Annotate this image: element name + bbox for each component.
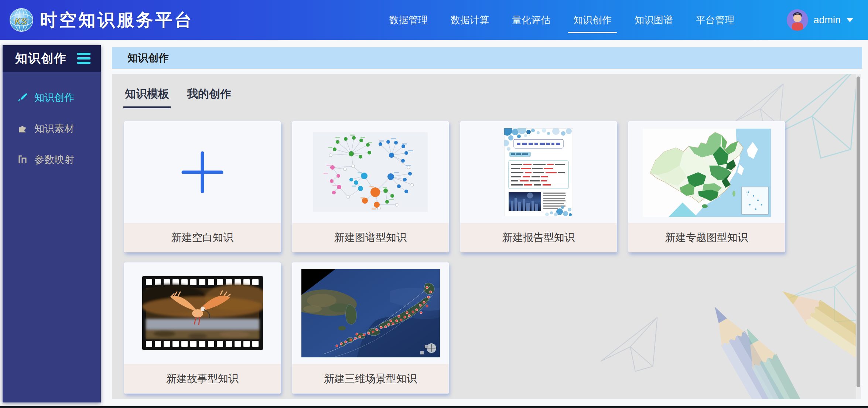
sidebar-item-knowledge-creation[interactable]: 知识创作 xyxy=(3,82,101,113)
card-new-report-knowledge[interactable]: 新建报告型知识 xyxy=(460,121,617,252)
material-puzzle-icon xyxy=(17,123,28,134)
card-thumbnail xyxy=(292,262,449,364)
card-label: 新建故事型知识 xyxy=(166,372,239,386)
sidebar: 知识创作 知识创作 知识素材 xyxy=(3,45,101,402)
hamburger-menu-icon[interactable] xyxy=(77,53,90,64)
map-inset xyxy=(742,187,768,214)
card-new-blank-knowledge[interactable]: 新建空白知识 xyxy=(124,121,281,252)
top-header: KS 时空知识服务平台 数据管理 数据计算 量化评估 知识创作 知识图谱 平台管… xyxy=(0,0,868,40)
card-thumbnail xyxy=(460,121,617,223)
card-label: 新建专题图型知识 xyxy=(665,231,748,245)
app-window: KS 时空知识服务平台 数据管理 数据计算 量化评估 知识创作 知识图谱 平台管… xyxy=(0,0,868,408)
nav-item-platform-management[interactable]: 平台管理 xyxy=(695,11,735,29)
sidebar-item-knowledge-material[interactable]: 知识素材 xyxy=(3,113,101,144)
globe-logo-icon: KS xyxy=(9,7,34,33)
paper-plane-icon xyxy=(601,317,657,371)
nav-item-data-management[interactable]: 数据管理 xyxy=(389,11,428,29)
pencil-icon xyxy=(734,322,861,399)
chevron-down-icon xyxy=(847,18,853,22)
paper-plane-icon xyxy=(787,237,861,328)
window-bottom-edge xyxy=(0,406,868,408)
platform-title: 时空知识服务平台 xyxy=(40,8,194,32)
scrollbar-thumb[interactable] xyxy=(857,76,860,387)
card-label: 新建报告型知识 xyxy=(502,231,575,245)
tab-bar: 知识模板 我的创作 xyxy=(124,85,232,103)
sidebar-header: 知识创作 xyxy=(3,45,101,72)
content-panel: 知识模板 我的创作 新建空白知识 xyxy=(112,74,861,399)
parameter-mapping-icon xyxy=(17,154,28,165)
nav-item-data-computing[interactable]: 数据计算 xyxy=(450,11,490,29)
china-thematic-map-image xyxy=(643,129,771,217)
sidebar-item-label: 参数映射 xyxy=(34,153,74,166)
nav-item-knowledge-creation[interactable]: 知识创作 xyxy=(573,11,612,29)
card-new-3d-scene-knowledge[interactable]: 新建三维场景型知识 xyxy=(292,262,449,394)
pencil-icon xyxy=(775,279,861,399)
card-thumbnail xyxy=(292,121,449,223)
card-label: 新建空白知识 xyxy=(171,231,233,245)
tab-my-creations[interactable]: 我的创作 xyxy=(186,85,232,103)
plus-icon xyxy=(180,150,225,194)
breadcrumb-bar: 知识创作 xyxy=(112,47,862,69)
sidebar-title: 知识创作 xyxy=(15,50,67,67)
card-label: 新建图谱型知识 xyxy=(334,231,407,245)
card-new-graph-knowledge[interactable]: 新建图谱型知识 xyxy=(292,121,449,252)
tab-knowledge-templates[interactable]: 知识模板 xyxy=(124,85,170,103)
card-label: 新建三维场景型知识 xyxy=(324,372,417,386)
breadcrumb: 知识创作 xyxy=(127,51,169,65)
card-thumbnail xyxy=(628,121,785,223)
user-menu[interactable]: admin xyxy=(787,0,853,40)
card-new-thematic-map-knowledge[interactable]: 新建专题图型知识 xyxy=(628,121,785,252)
user-avatar-icon xyxy=(787,9,808,31)
pencil-icon xyxy=(703,300,845,399)
film-strip-bird-image xyxy=(142,276,263,350)
card-thumbnail xyxy=(124,262,281,364)
card-thumbnail xyxy=(124,121,281,223)
brand: KS 时空知识服务平台 xyxy=(9,7,194,33)
sidebar-item-label: 知识素材 xyxy=(34,122,74,135)
user-name: admin xyxy=(813,14,841,26)
nav-item-quantitative-evaluation[interactable]: 量化评估 xyxy=(511,11,551,29)
card-new-story-knowledge[interactable]: 新建故事型知识 xyxy=(124,262,281,394)
brush-icon xyxy=(17,92,28,103)
japan-3d-scene-image xyxy=(301,269,440,357)
vertical-scrollbar[interactable] xyxy=(856,74,861,399)
sidebar-item-label: 知识创作 xyxy=(34,91,74,104)
report-document-image xyxy=(504,128,573,216)
main-nav: 数据管理 数据计算 量化评估 知识创作 知识图谱 平台管理 xyxy=(389,0,735,40)
sidebar-item-parameter-mapping[interactable]: 参数映射 xyxy=(3,144,101,175)
nav-item-knowledge-graph[interactable]: 知识图谱 xyxy=(634,11,674,29)
sidebar-menu: 知识创作 知识素材 参数映射 xyxy=(3,82,101,175)
logo-text: KS xyxy=(15,16,27,26)
knowledge-graph-image xyxy=(313,132,428,212)
